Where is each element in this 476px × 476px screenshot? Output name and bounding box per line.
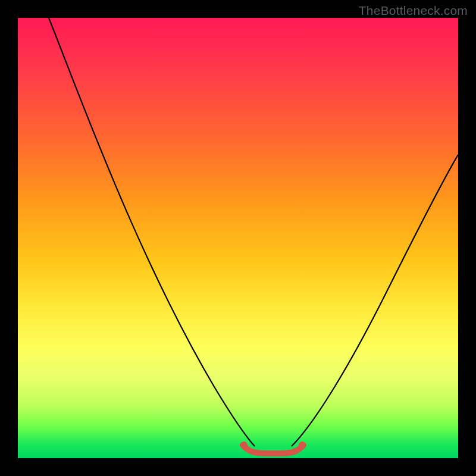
trough-right-bump [299,441,306,449]
chart-svg [18,18,458,458]
watermark-text: TheBottleneck.com [359,4,468,18]
trough-left-bump [240,441,248,449]
plot-area [18,18,458,458]
chart-frame: TheBottleneck.com [0,0,476,476]
right-branch-path [292,155,458,446]
trough-path [243,445,303,453]
left-branch-path [49,18,255,446]
